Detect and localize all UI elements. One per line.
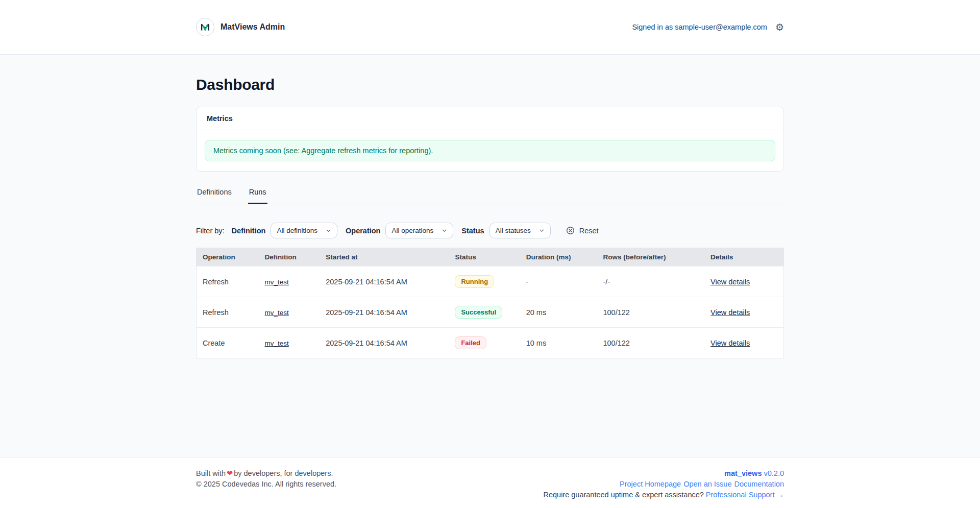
footer-links: Project HomepageOpen an IssueDocumentati… [543,479,784,490]
details-cell: View details [704,328,783,358]
status-badge: Running [455,275,494,288]
rows-cell: 100/122 [597,328,704,358]
definition-cell: mv_test [259,328,320,358]
status-select-value: All statuses [496,227,531,234]
chevron-down-icon [539,228,545,233]
started-at-cell: 2025-09-21 04:16:54 AM [320,297,449,328]
reset-label: Reset [579,227,599,235]
gear-icon[interactable]: ⚙ [775,22,784,32]
support-line: Require guaranteed uptime & expert assis… [543,490,784,500]
project-homepage-link[interactable]: Project Homepage [620,480,681,488]
operation-select[interactable]: All operations [385,223,453,238]
definition-link[interactable]: mv_test [265,278,289,286]
built-with-line: Built with❤by developers, for developers… [196,468,336,479]
column-header-duration-ms: Duration (ms) [520,248,597,267]
chevron-down-icon [326,228,331,233]
status-filter-label: Status [461,227,484,235]
definition-link[interactable]: mv_test [265,309,289,317]
main-content: Dashboard Metrics Metrics coming soon (s… [0,55,980,457]
signed-in-text: Signed in as sample-user@example.com [632,23,767,31]
view-details-link[interactable]: View details [710,278,750,286]
site-header: MatViews Admin Signed in as sample-user@… [0,0,980,55]
status-cell: Running [449,267,520,297]
status-cell: Successful [449,297,520,328]
definition-cell: mv_test [259,267,320,297]
rows-cell: 100/122 [597,297,704,328]
table-header-row: OperationDefinitionStarted atStatusDurat… [197,248,784,267]
definition-cell: mv_test [259,297,320,328]
definition-link[interactable]: mv_test [265,340,289,347]
operation-filter-label: Operation [346,227,380,235]
package-version-line: mat_views v0.2.0 [543,468,784,479]
heart-icon: ❤ [226,469,234,477]
tab-definitions[interactable]: Definitions [196,185,233,204]
rows-cell: -/- [597,267,704,297]
package-name-link[interactable]: mat_views [724,469,762,477]
column-header-definition: Definition [259,248,320,267]
copyright-line: © 2025 Codevedas Inc. All rights reserve… [196,479,336,490]
filter-bar: Filter by: Definition All definitions Op… [196,223,784,238]
column-header-operation: Operation [197,248,259,267]
built-with-suffix: by developers, for developers. [234,469,333,477]
status-badge: Successful [455,306,502,319]
table-row: Refreshmv_test2025-09-21 04:16:54 AMRunn… [197,267,784,297]
column-header-status: Status [449,248,520,267]
view-details-link[interactable]: View details [710,308,750,317]
runs-table: OperationDefinitionStarted atStatusDurat… [196,248,784,358]
metrics-card: Metrics Metrics coming soon (see: Aggreg… [196,107,784,172]
definition-select[interactable]: All definitions [271,223,337,238]
definition-select-value: All definitions [277,227,317,234]
details-cell: View details [704,297,783,328]
column-header-rows-before-after: Rows (before/after) [597,248,704,267]
page-title: Dashboard [196,76,784,93]
definition-filter-label: Definition [232,227,266,235]
duration-cell: 20 ms [520,297,597,328]
tabs: DefinitionsRuns [196,185,784,204]
duration-cell: 10 ms [520,328,597,358]
brand[interactable]: MatViews Admin [196,18,285,36]
details-cell: View details [704,267,783,297]
professional-support-link[interactable]: Professional Support → [706,491,784,499]
open-an-issue-link[interactable]: Open an Issue [683,480,731,488]
reset-filters-button[interactable]: Reset [566,226,599,235]
started-at-cell: 2025-09-21 04:16:54 AM [320,267,449,297]
matviews-logo-icon [196,18,214,36]
column-header-started-at: Started at [320,248,449,267]
duration-cell: - [520,267,597,297]
status-select[interactable]: All statuses [489,223,551,238]
site-footer: Built with❤by developers, for developers… [0,457,980,508]
column-header-details: Details [704,248,783,267]
view-details-link[interactable]: View details [710,339,750,347]
operation-cell: Refresh [197,297,259,328]
operation-cell: Refresh [197,267,259,297]
metrics-card-title: Metrics [197,107,783,130]
operation-select-value: All operations [391,227,433,234]
table-body: Refreshmv_test2025-09-21 04:16:54 AMRunn… [197,267,784,358]
table-row: Refreshmv_test2025-09-21 04:16:54 AMSucc… [197,297,784,328]
filter-by-label: Filter by: [196,227,225,235]
status-cell: Failed [449,328,520,358]
operation-cell: Create [197,328,259,358]
tab-runs[interactable]: Runs [248,185,267,204]
app-title: MatViews Admin [220,22,285,32]
circle-x-icon [566,226,575,235]
built-with-prefix: Built with [196,469,226,477]
support-question: Require guaranteed uptime & expert assis… [543,491,703,499]
chevron-down-icon [442,228,447,233]
started-at-cell: 2025-09-21 04:16:54 AM [320,328,449,358]
metrics-coming-soon-notice: Metrics coming soon (see: Aggregate refr… [205,140,775,161]
version-text: v0.2.0 [764,469,785,477]
documentation-link[interactable]: Documentation [734,480,784,488]
status-badge: Failed [455,336,486,349]
table-row: Createmv_test2025-09-21 04:16:54 AMFaile… [197,328,784,358]
